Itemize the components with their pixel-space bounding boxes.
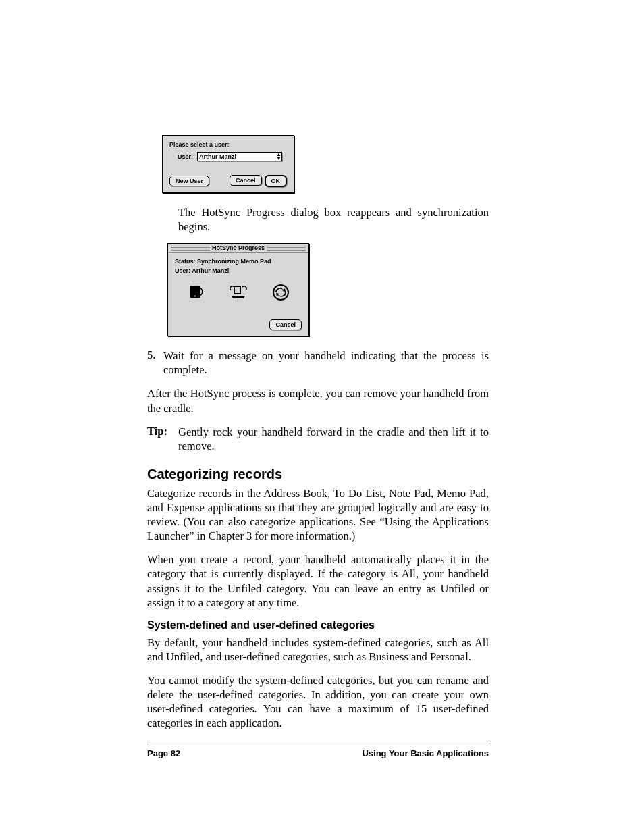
progress-user: User: Arthur Manzi — [175, 267, 302, 274]
progress-status: Status: Synchronizing Memo Pad — [175, 258, 302, 265]
user-select-dialog: Please select a user: User: Arthur Manzi… — [162, 135, 294, 193]
page-footer: Page 82 Using Your Basic Applications — [147, 744, 489, 758]
step-5: 5. Wait for a message on your handheld i… — [147, 348, 489, 377]
ok-button[interactable]: OK — [265, 175, 288, 187]
paragraph-hotsync-reappears: The HotSync Progress dialog box reappear… — [178, 205, 489, 234]
hotsync-progress-dialog: HotSync Progress Status: Synchronizing M… — [167, 243, 309, 336]
handheld-icon — [187, 284, 205, 301]
cradle-icon — [229, 284, 248, 301]
hotsync-icon — [272, 284, 290, 301]
progress-cancel-button[interactable]: Cancel — [269, 319, 302, 330]
sys-paragraph-1: By default, your handheld includes syste… — [147, 635, 489, 664]
footer-page-number: Page 82 — [147, 748, 180, 758]
categorizing-paragraph-2: When you create a record, your handheld … — [147, 552, 489, 609]
categorizing-paragraph-1: Categorize records in the Address Book, … — [147, 486, 489, 543]
tip-block: Tip: Gently rock your handheld forward i… — [147, 425, 489, 453]
svg-rect-1 — [235, 287, 240, 293]
updown-icon: ▴▾ — [277, 153, 280, 161]
heading-system-user-categories: System-defined and user-defined categori… — [147, 619, 489, 631]
user-dropdown[interactable]: Arthur Manzi ▴▾ — [197, 152, 282, 161]
tip-text: Gently rock your handheld forward in the… — [178, 425, 489, 453]
paragraph-after-process: After the HotSync process is complete, y… — [147, 386, 489, 415]
svg-point-0 — [194, 296, 196, 297]
heading-categorizing-records: Categorizing records — [147, 467, 489, 482]
user-label: User: — [178, 153, 193, 160]
tip-label: Tip: — [147, 425, 178, 453]
footer-section-title: Using Your Basic Applications — [362, 748, 489, 758]
user-dropdown-value: Arthur Manzi — [199, 153, 236, 160]
user-select-prompt: Please select a user: — [169, 141, 287, 148]
step-number: 5. — [147, 348, 163, 377]
step-text: Wait for a message on your handheld indi… — [163, 348, 489, 377]
new-user-button[interactable]: New User — [169, 176, 209, 186]
cancel-button[interactable]: Cancel — [230, 175, 262, 186]
sys-paragraph-2: You cannot modify the system-defined cat… — [147, 673, 489, 730]
progress-title: HotSync Progress — [168, 244, 308, 253]
